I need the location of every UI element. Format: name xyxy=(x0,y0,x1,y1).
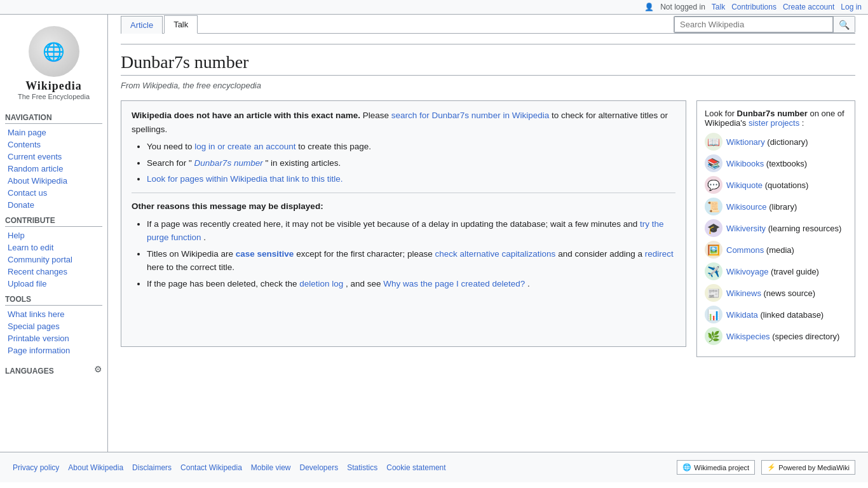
footer-privacy-policy[interactable]: Privacy policy xyxy=(13,463,59,472)
sidebar-item-recent-changes[interactable]: Recent changes xyxy=(5,266,102,278)
create-account-link[interactable]: Create account xyxy=(783,3,834,11)
wikisource-icon: 📜 xyxy=(705,198,722,215)
wikispecies-icon: 🌿 xyxy=(705,327,722,345)
wikiversity-link[interactable]: Wikiversity xyxy=(726,224,766,233)
wikispecies-link[interactable]: Wikispecies xyxy=(726,332,770,341)
footer: Privacy policy About Wikipedia Disclaime… xyxy=(0,452,868,482)
wikimedia-icon: 🌐 xyxy=(682,463,691,471)
sister-wikiversity: 🎓 Wikiversity (learning resources) xyxy=(705,219,847,237)
tools-title: Tools xyxy=(5,295,102,306)
commons-link[interactable]: Commons xyxy=(726,245,764,255)
sister-wikibooks: 📚 Wikibooks (textbooks) xyxy=(705,154,847,172)
login-create-account-link[interactable]: log in or create an account xyxy=(194,142,295,151)
sidebar-item-about-wikipedia[interactable]: About Wikipedia xyxy=(5,175,102,187)
wikibooks-icon: 📚 xyxy=(705,154,722,172)
wikiquote-link[interactable]: Wikiquote xyxy=(726,180,763,190)
wikivoyage-link[interactable]: Wikivoyage xyxy=(726,267,768,276)
search-form: 🔍 xyxy=(674,16,855,33)
footer-mobile-view[interactable]: Mobile view xyxy=(251,463,291,472)
sister-projects-box: Look for Dunbar7s number on one of Wikip… xyxy=(696,100,855,357)
sidebar-item-printable-version[interactable]: Printable version xyxy=(5,332,102,344)
notice-box: Wikipedia does not have an article with … xyxy=(121,100,686,347)
top-bar-links: 👤 Not logged in Talk Contributions Creat… xyxy=(644,3,862,11)
sidebar-item-main-page[interactable]: Main page xyxy=(5,126,102,139)
sister-wikispecies: 🌿 Wikispecies (species directory) xyxy=(705,327,847,345)
footer-contact-wikipedia[interactable]: Contact Wikipedia xyxy=(180,463,242,472)
sidebar-item-community-portal[interactable]: Community portal xyxy=(5,254,102,266)
search-bar: 🔍 xyxy=(674,16,855,33)
header-area: Article Talk 🔍 xyxy=(121,15,855,34)
commons-icon: 🖼️ xyxy=(705,241,722,259)
notice-main: Wikipedia does not have an article with … xyxy=(121,100,855,357)
sister-projects-link[interactable]: sister projects xyxy=(749,118,799,128)
notice-list: You need to log in or create an account … xyxy=(147,140,675,186)
search-input[interactable] xyxy=(674,17,833,32)
wiktionary-link[interactable]: Wiktionary xyxy=(726,137,765,147)
sister-wikiquote: 💬 Wikiquote (quotations) xyxy=(705,176,847,194)
footer-statistics[interactable]: Statistics xyxy=(347,463,377,472)
logo: 🌐 Wikipedia The Free Encyclopedia xyxy=(5,21,102,108)
other-reason-2: Titles on Wikipedia are case sensitive e… xyxy=(147,247,675,274)
wikidata-icon: 📊 xyxy=(705,306,722,323)
sister-wikivoyage: ✈️ Wikivoyage (travel guide) xyxy=(705,262,847,280)
wikiversity-icon: 🎓 xyxy=(705,219,722,237)
what-links-here-link[interactable]: Look for pages within Wikipedia that lin… xyxy=(147,174,342,184)
wikisource-link[interactable]: Wikisource xyxy=(726,202,767,212)
wikibooks-link[interactable]: Wikibooks xyxy=(726,159,764,168)
log-in-link[interactable]: Log in xyxy=(841,3,862,11)
sidebar-item-current-events[interactable]: Current events xyxy=(5,151,102,163)
wikimedia-text: Wikimedia project xyxy=(694,464,749,471)
sidebar-item-upload-file[interactable]: Upload file xyxy=(5,278,102,290)
sidebar-item-what-links-here[interactable]: What links here xyxy=(5,308,102,320)
other-reasons-list: If a page was recently created here, it … xyxy=(147,217,675,291)
footer-about-wikipedia[interactable]: About Wikipedia xyxy=(68,463,123,472)
wikinews-icon: 📰 xyxy=(705,284,722,302)
wikinews-link[interactable]: Wikinews xyxy=(726,288,761,298)
notice-bold-text: Wikipedia does not have an article with … xyxy=(132,111,360,120)
sidebar-item-help[interactable]: Help xyxy=(5,229,102,241)
talk-link[interactable]: Talk xyxy=(712,3,725,11)
tabs: Article Talk xyxy=(121,15,199,33)
sister-commons: 🖼️ Commons (media) xyxy=(705,241,847,259)
tab-article[interactable]: Article xyxy=(121,16,163,34)
other-reason-1: If a page was recently created here, it … xyxy=(147,217,675,245)
tab-talk[interactable]: Talk xyxy=(164,15,198,34)
check-capitalizations-link[interactable]: check alternative capitalizations xyxy=(435,249,556,259)
mediawiki-logo: ⚡ Powered by MediaWiki xyxy=(761,460,855,475)
search-button[interactable]: 🔍 xyxy=(833,17,855,32)
sidebar-item-donate[interactable]: Donate xyxy=(5,199,102,211)
mediawiki-text: Powered by MediaWiki xyxy=(778,464,850,471)
footer-logos: 🌐 Wikimedia project ⚡ Powered by MediaWi… xyxy=(677,460,855,475)
contribute-section: Contribute Help Learn to edit Community … xyxy=(5,216,102,290)
contributions-link[interactable]: Contributions xyxy=(731,3,776,11)
footer-disclaimers[interactable]: Disclaimers xyxy=(132,463,172,472)
notice-search-link[interactable]: search for Dunbar7s number in Wikipedia xyxy=(391,111,549,120)
sidebar-item-learn-to-edit[interactable]: Learn to edit xyxy=(5,241,102,254)
sister-wikidata: 📊 Wikidata (linked database) xyxy=(705,306,847,323)
notice-list-item-1: You need to log in or create an account … xyxy=(147,140,675,154)
sidebar-item-page-information[interactable]: Page information xyxy=(5,344,102,356)
notice-divider xyxy=(132,193,675,193)
navigation-section: Navigation Main page Contents Current ev… xyxy=(5,113,102,211)
case-sensitive-link[interactable]: case sensitive xyxy=(236,249,294,259)
notice-intro-paragraph: Wikipedia does not have an article with … xyxy=(132,109,675,136)
wikimedia-logo: 🌐 Wikimedia project xyxy=(677,460,755,475)
sidebar-item-contents[interactable]: Contents xyxy=(5,139,102,151)
why-deleted-link[interactable]: Why was the page I created deleted? xyxy=(383,279,525,288)
footer-developers[interactable]: Developers xyxy=(300,463,339,472)
sidebar-item-contact-us[interactable]: Contact us xyxy=(5,187,102,199)
search-dunbar-link[interactable]: Dunbar7s number xyxy=(194,158,263,168)
page-subtitle: From Wikipedia, the free encyclopedia xyxy=(121,81,855,90)
footer-cookie-statement[interactable]: Cookie statement xyxy=(386,463,445,472)
sidebar-item-special-pages[interactable]: Special pages xyxy=(5,320,102,332)
deletion-log-link[interactable]: deletion log xyxy=(299,279,343,288)
sidebar-item-random-article[interactable]: Random article xyxy=(5,163,102,175)
main-content: Article Talk 🔍 Dunbar7s number From Wiki… xyxy=(108,15,868,452)
wikidata-link[interactable]: Wikidata xyxy=(726,310,758,320)
logo-title: Wikipedia xyxy=(5,79,102,93)
languages-gear-icon[interactable]: ⚙ xyxy=(94,364,102,374)
wiktionary-icon: 📖 xyxy=(705,133,722,151)
redirect-link[interactable]: redirect xyxy=(645,249,674,259)
logo-image: 🌐 xyxy=(29,26,79,77)
languages-title: Languages xyxy=(5,367,54,377)
